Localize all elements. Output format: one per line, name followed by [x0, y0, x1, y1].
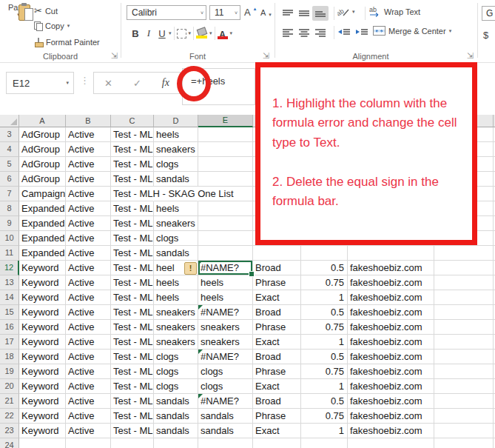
cell-A5[interactable]: AdGroup [19, 157, 66, 172]
cell-C23[interactable]: Test - MLH [111, 424, 154, 438]
cell-G12[interactable]: 0.5 [301, 261, 348, 275]
cell-A18[interactable]: Keyword [19, 350, 66, 364]
row-header-9[interactable]: 9 [0, 216, 19, 231]
number-format-combobox[interactable]: G [482, 6, 495, 21]
cell-H20[interactable]: fakeshoebiz.com [348, 379, 434, 394]
cell-B17[interactable]: Active [66, 335, 111, 350]
cell-I13[interactable] [434, 275, 494, 290]
cell-F22[interactable]: Phrase [253, 409, 301, 424]
cell-D21[interactable]: sandals [154, 394, 198, 409]
row-header-15[interactable]: 15 [0, 305, 19, 320]
cell-F14[interactable]: Exact [253, 290, 301, 305]
cell-D22[interactable]: sandals [154, 409, 198, 424]
font-name-combobox[interactable]: Calibri ˅ [127, 5, 206, 20]
borders-dropdown-arrow[interactable]: ▾ [189, 30, 192, 36]
row-header-7[interactable]: 7 [0, 187, 19, 201]
cell-B14[interactable]: Active [66, 290, 111, 305]
cell-F15[interactable]: Broad [253, 305, 301, 320]
cell-E10[interactable] [198, 231, 253, 246]
cell-C19[interactable]: Test - MLH [111, 364, 154, 379]
row-header-3[interactable]: 3 [0, 127, 19, 142]
cell-B23[interactable]: Active [66, 424, 111, 438]
orientation-button[interactable]: ab ▾ [337, 7, 355, 17]
cell-B3[interactable]: Active [66, 127, 111, 142]
cell-I20[interactable] [434, 379, 494, 394]
align-middle-button[interactable] [296, 6, 312, 21]
cell-A4[interactable]: AdGroup [19, 142, 66, 157]
cell-F12[interactable]: Broad [253, 261, 301, 275]
cell-E19[interactable]: clogs [198, 364, 253, 379]
formula-bar-grip[interactable]: ⋮ [80, 75, 90, 86]
cell-E20[interactable]: clogs [198, 379, 253, 394]
cell-D12[interactable]: heel! [154, 261, 198, 275]
row-header-24[interactable]: 24 [0, 438, 19, 448]
cell-F13[interactable]: Phrase [253, 275, 301, 290]
cell-E13[interactable]: heels [198, 275, 253, 290]
font-size-combobox[interactable]: 11 ˅ [209, 5, 240, 20]
cell-E12[interactable]: #NAME? [198, 261, 253, 275]
cell-G23[interactable]: 1 [301, 424, 348, 438]
cell-E11[interactable] [198, 246, 253, 261]
cell-E15[interactable]: #NAME? [198, 305, 253, 320]
cell-G21[interactable]: 0.5 [301, 394, 348, 409]
cell-C21[interactable]: Test - MLH [111, 394, 154, 409]
cell-A19[interactable]: Keyword [19, 364, 66, 379]
cell-D17[interactable]: sneakers [154, 335, 198, 350]
cell-B5[interactable]: Active [66, 157, 111, 172]
cell-I14[interactable] [434, 290, 494, 305]
cell-E24[interactable] [198, 438, 253, 448]
cell-F21[interactable]: Broad [253, 394, 301, 409]
cell-D14[interactable]: heels [154, 290, 198, 305]
cell-D4[interactable]: sneakers [154, 142, 198, 157]
cell-D10[interactable]: clogs [154, 231, 198, 246]
cell-B7[interactable]: Active [66, 187, 111, 201]
cell-D5[interactable]: clogs [154, 157, 198, 172]
cell-A20[interactable]: Keyword [19, 379, 66, 394]
cell-C9[interactable]: Test - MLH [111, 216, 154, 231]
cell-I12[interactable] [434, 261, 494, 275]
cell-C10[interactable]: Test - MLH [111, 231, 154, 246]
cell-F11[interactable] [253, 246, 301, 261]
cell-C22[interactable]: Test - MLH [111, 409, 154, 424]
cell-C16[interactable]: Test - MLH [111, 320, 154, 335]
cell-B22[interactable]: Active [66, 409, 111, 424]
font-color-icon[interactable]: A [218, 27, 228, 39]
cell-H22[interactable]: fakeshoebiz.com [348, 409, 434, 424]
enter-icon[interactable]: ✓ [133, 78, 141, 89]
cell-D18[interactable]: clogs [154, 350, 198, 364]
cell-B10[interactable]: Active [66, 231, 111, 246]
row-header-19[interactable]: 19 [0, 364, 19, 379]
cell-A16[interactable]: Keyword [19, 320, 66, 335]
cell-F23[interactable]: Exact [253, 424, 301, 438]
cell-G24[interactable] [301, 438, 348, 448]
underline-button[interactable]: U [155, 28, 169, 39]
cell-I16[interactable] [434, 320, 494, 335]
cell-B6[interactable]: Active [66, 172, 111, 187]
row-header-16[interactable]: 16 [0, 320, 19, 335]
cell-A17[interactable]: Keyword [19, 335, 66, 350]
cell-E14[interactable]: heels [198, 290, 253, 305]
cell-D23[interactable]: sandals [154, 424, 198, 438]
cell-G15[interactable]: 0.5 [301, 305, 348, 320]
cell-B15[interactable]: Active [66, 305, 111, 320]
grow-font-button[interactable]: A▴ [244, 7, 256, 18]
align-right-button[interactable] [312, 25, 329, 40]
cell-F16[interactable]: Phrase [253, 320, 301, 335]
cell-C13[interactable]: Test - MLH [111, 275, 154, 290]
cell-G13[interactable]: 0.75 [301, 275, 348, 290]
cell-F18[interactable]: Broad [253, 350, 301, 364]
copy-button[interactable]: Copy ▾ [34, 21, 70, 30]
cell-C24[interactable] [111, 438, 154, 448]
cell-D11[interactable]: sandals [154, 246, 198, 261]
alignment-dialog-launcher-icon[interactable]: ⇲ [467, 51, 474, 61]
name-box[interactable]: E12 ▾ [6, 72, 74, 94]
bold-button[interactable]: B [129, 28, 142, 39]
cell-I18[interactable] [434, 350, 494, 364]
cell-D20[interactable]: clogs [154, 379, 198, 394]
cell-F19[interactable]: Phrase [253, 364, 301, 379]
cell-E4[interactable] [198, 142, 253, 157]
name-box-dropdown-icon[interactable]: ▾ [66, 80, 69, 86]
cell-H24[interactable] [348, 438, 434, 448]
cell-G19[interactable]: 0.75 [301, 364, 348, 379]
italic-button[interactable]: I [142, 27, 155, 39]
